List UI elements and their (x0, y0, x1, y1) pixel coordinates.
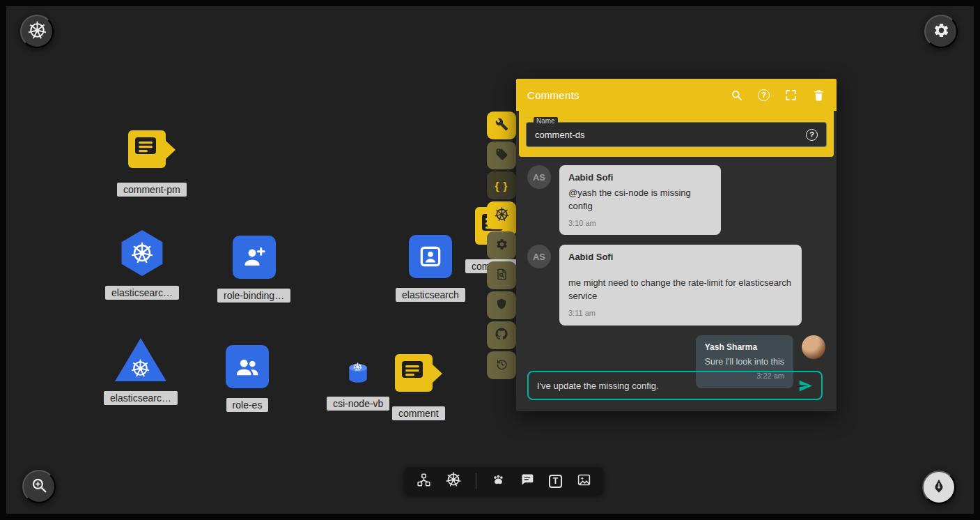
field-help-icon[interactable]: ? (806, 129, 818, 141)
node-elasticsearch-hexagon[interactable]: elasticsearc… (105, 230, 179, 300)
comment-shape-icon (127, 128, 176, 173)
storage-cylinder-icon (346, 362, 370, 387)
name-field-highlight: Name ? (519, 111, 834, 157)
kubernetes-wheel-icon (495, 207, 509, 224)
message-author: Yash Sharma (705, 342, 784, 353)
kubernetes-wheel-icon (28, 21, 47, 42)
comment-icon (520, 473, 534, 489)
name-field: Name ? (526, 122, 827, 147)
avatar: AS (527, 245, 551, 268)
toolbar-divider (476, 473, 476, 489)
tag-tool-button[interactable] (487, 142, 516, 169)
github-icon (495, 327, 508, 344)
message-bubble: Aabid Sofi @yash the csi-node is missing… (559, 165, 721, 235)
whiteboard-toolbar: T (404, 467, 604, 495)
github-tool-button[interactable] (487, 321, 516, 349)
panel-title: Comments (527, 89, 580, 101)
expand-icon[interactable] (784, 89, 798, 102)
zoom-in-icon (31, 477, 48, 496)
node-label: csi-node-vb (327, 397, 389, 411)
history-icon (495, 358, 508, 374)
delete-icon[interactable] (812, 89, 825, 102)
media-tool-button[interactable] (577, 473, 591, 490)
config-braces-button[interactable]: { } (487, 171, 516, 199)
shapes-tool-button[interactable] (491, 473, 506, 490)
search-icon[interactable] (730, 89, 743, 102)
name-input[interactable] (535, 130, 806, 140)
node-label: role-es (226, 398, 269, 412)
wrench-tool-button[interactable] (487, 112, 516, 139)
node-label: comment (392, 406, 445, 420)
doc-search-tool-button[interactable] (487, 261, 516, 289)
message-time: 3:10 am (568, 218, 712, 229)
comments-panel-header: Comments ? (516, 79, 837, 111)
pen-tool-button[interactable] (922, 471, 956, 504)
message-text: Sure I'll look into this (705, 355, 784, 368)
message-text: @yash the csi-node is missing config (568, 187, 712, 213)
braces-icon: { } (495, 180, 508, 192)
node-role-binding[interactable]: role-binding… (217, 236, 290, 303)
message: AS Aabid Sofi me might need to change th… (527, 245, 825, 325)
node-label: role-binding… (217, 289, 290, 303)
kubernetes-context-button[interactable] (20, 15, 54, 48)
node-role-es[interactable]: role-es (226, 345, 269, 412)
components-icon (417, 473, 431, 490)
shapes-icon (491, 473, 506, 490)
kubernetes-dock-button[interactable] (446, 472, 461, 490)
send-icon[interactable] (798, 378, 813, 393)
node-comment-pm[interactable]: comment-pm (117, 128, 187, 197)
message-bubble: Aabid Sofi me might need to change the r… (559, 245, 802, 325)
gear-icon (495, 238, 508, 254)
pen-icon (930, 477, 948, 498)
node-label: elasticsearc… (105, 286, 179, 300)
tag-icon (495, 148, 508, 164)
text-icon: T (549, 475, 562, 488)
avatar: AS (527, 165, 551, 189)
comment-composer (527, 371, 823, 400)
node-label: elasticsearc… (104, 391, 178, 405)
comments-panel: Comments ? Name ? AS Aabid Sofi @yash th… (516, 79, 837, 411)
message: AS Aabid Sofi @yash the csi-node is miss… (527, 165, 825, 235)
history-tool-button[interactable] (487, 351, 516, 379)
security-tool-button[interactable] (487, 291, 516, 319)
node-label: elasticsearch (396, 288, 465, 302)
components-tool-button[interactable] (417, 473, 431, 490)
wrench-icon (495, 118, 508, 134)
node-csi-node-vb[interactable]: csi-node-vb (327, 362, 389, 411)
kubernetes-tool-button[interactable] (487, 201, 516, 229)
name-field-label: Name (534, 117, 558, 125)
comment-shape-icon (394, 352, 443, 397)
zoom-button[interactable] (22, 470, 56, 503)
comment-input[interactable] (537, 381, 791, 391)
media-icon (577, 473, 591, 490)
node-elasticsearch[interactable]: elasticsearch (396, 235, 465, 302)
yash-avatar (802, 335, 825, 359)
help-icon[interactable]: ? (758, 89, 770, 101)
role-group-icon (226, 345, 269, 388)
kubernetes-wheel-icon (446, 472, 461, 490)
text-tool-button[interactable]: T (549, 475, 562, 488)
node-elasticsearch-triangle[interactable]: elasticsearc… (104, 338, 178, 405)
node-comment[interactable]: comment (392, 352, 445, 420)
gear-icon (933, 22, 950, 41)
kanvas-app: { "colors": { "accent": "#EBC017", "teal… (0, 0, 980, 520)
message-author: Aabid Sofi (568, 171, 712, 185)
kubernetes-triangle-icon (115, 338, 166, 381)
node-label: comment-pm (117, 183, 187, 197)
message-time: 3:11 am (568, 308, 793, 319)
badge-icon (409, 235, 452, 278)
message-author: Aabid Sofi (568, 251, 793, 264)
settings-tool-button[interactable] (487, 231, 516, 259)
kubernetes-hexagon-icon (120, 230, 164, 276)
settings-button[interactable] (924, 15, 958, 48)
node-action-toolbar: { } (487, 112, 516, 379)
doc-search-icon (495, 268, 508, 284)
comment-tool-button[interactable] (520, 473, 534, 489)
shield-icon (495, 298, 508, 313)
role-binding-icon (233, 236, 276, 279)
message-text: me might need to change the rate-limit f… (568, 277, 793, 303)
